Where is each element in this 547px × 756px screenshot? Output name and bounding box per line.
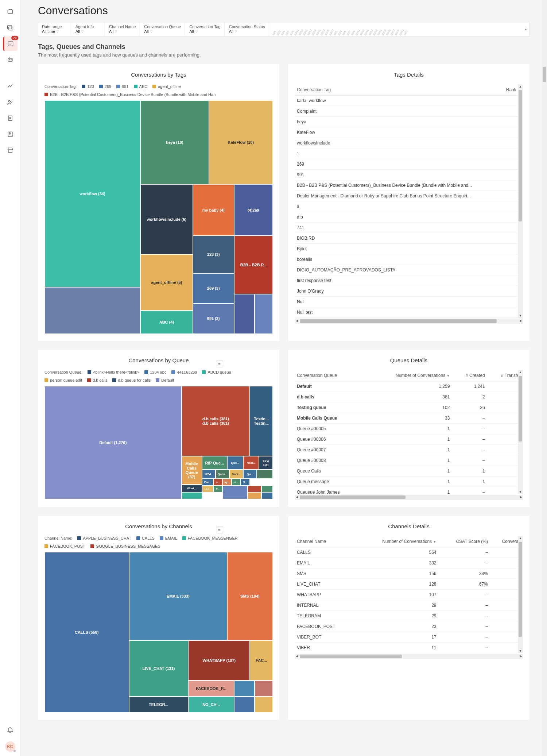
table-row[interactable]: SMS15633% (295, 568, 523, 579)
treemap-cell[interactable]: Testin...Testin... (250, 386, 273, 456)
treemap-cell[interactable]: S... (241, 479, 250, 486)
treemap-cell[interactable]: B2B - B2B P... (234, 236, 273, 294)
filter-date-range[interactable]: Date rangeAll time ▽ (38, 22, 71, 36)
table-row[interactable]: 1 (295, 148, 523, 159)
treemap-cell[interactable]: Queu... (216, 470, 230, 479)
timeline-scroll-up[interactable]: ▲ (523, 22, 529, 36)
treemap-cell[interactable]: FAC... (250, 640, 273, 680)
treemap-cell[interactable] (248, 492, 261, 499)
filter-conversation-status[interactable]: Conversation StatusAll ▽ (225, 22, 269, 36)
queue-chart-menu[interactable]: ≡ (216, 360, 223, 367)
treemap-cell[interactable]: WHATSAPP (107) (188, 640, 250, 680)
sidebar-nav-store[interactable] (3, 143, 18, 158)
treemap-cell[interactable]: 269 (3) (193, 273, 234, 304)
treemap-cell[interactable]: ABC (4) (140, 310, 193, 334)
treemap-cell[interactable]: <... (232, 479, 241, 486)
treemap-cell[interactable] (234, 680, 255, 697)
treemap-cell[interactable]: Nesr... (243, 456, 259, 470)
legend-item[interactable]: EMAIL (160, 536, 177, 540)
table-row[interactable]: 269 (295, 159, 523, 170)
filter-agent-info[interactable]: Agent InfoAll ▽ (72, 22, 105, 36)
legend-item[interactable]: APPLE_BUSINESS_CHAT (77, 536, 131, 540)
treemap-cell[interactable] (182, 492, 202, 499)
queues-table[interactable]: Conversation Queue Number of Conversatio… (295, 370, 523, 494)
treemap-cell[interactable]: Par... (202, 479, 213, 486)
treemap-cell[interactable]: d.b calls (381)d.b calls (381) (182, 386, 250, 456)
table-row[interactable]: 741 (295, 223, 523, 233)
table-row[interactable]: TELEGRAM29– (295, 611, 523, 621)
treemap-cell[interactable] (234, 697, 255, 713)
treemap-cell[interactable]: RIP Que... (202, 456, 227, 470)
table-row[interactable]: a (295, 201, 523, 212)
table-row[interactable]: d.b calls3812 (295, 392, 523, 402)
table-row[interactable]: WHATSAPP107– (295, 590, 523, 600)
treemap-queues[interactable]: Default (1,276)d.b calls (381)d.b calls … (44, 386, 273, 499)
treemap-cell[interactable]: workflow (34) (44, 100, 140, 287)
legend-item[interactable]: Default (156, 378, 174, 382)
avatar[interactable]: KC (5, 741, 15, 752)
queues-hscroll[interactable]: ◀ ▶ (295, 495, 523, 500)
treemap-cell[interactable]: agent_offline (5) (140, 254, 193, 310)
table-row[interactable]: DIGIO_AUTOMAÇÃO_PRE_APROVADOS_LISTA (295, 265, 523, 275)
legend-item[interactable]: ABCD queue (202, 370, 231, 374)
treemap-channels[interactable]: CALLS (558)EMAIL (333)SMS (194)LIVE_CHAT… (44, 552, 273, 713)
treemap-cell[interactable] (234, 294, 255, 334)
table-row[interactable]: tttt (295, 318, 523, 318)
legend-item[interactable]: B2B - B2B P&S (Potential Customers)_Busi… (44, 92, 216, 97)
treemap-cell[interactable]: SMS (194) (227, 552, 273, 640)
treemap-cell[interactable] (261, 492, 273, 499)
treemap-cell[interactable]: TELEGR... (129, 697, 189, 713)
treemap-cell[interactable] (261, 486, 273, 493)
sidebar-nav-clipboard[interactable] (3, 111, 18, 126)
treemap-cell[interactable]: my baby (4) (193, 184, 234, 236)
legend-item[interactable]: agent_offline (152, 84, 181, 89)
legend-item[interactable]: FACEBOOK_MESSENGER (182, 536, 238, 540)
legend-item[interactable]: 441163269 (171, 370, 197, 374)
table-row[interactable]: Queue Calls11 (295, 466, 523, 477)
filter-conversation-queue[interactable]: Conversation QueueAll ▽ (140, 22, 185, 36)
treemap-tags[interactable]: workflow (34)heya (10)KateFlow (10)workf… (44, 100, 273, 334)
treemap-cell[interactable]: 1234... (202, 470, 216, 479)
table-row[interactable]: first response test (295, 275, 523, 286)
treemap-cell[interactable]: Que... (227, 456, 243, 470)
treemap-cell[interactable]: sy... (222, 479, 232, 486)
table-row[interactable]: BIGBIRD (295, 233, 523, 244)
legend-item[interactable]: ABC (134, 84, 148, 89)
treemap-cell[interactable]: What... (182, 485, 202, 493)
legend-item[interactable]: d.b queue for calls (112, 378, 151, 382)
sidebar-nav-1[interactable] (3, 4, 18, 19)
legend-item[interactable]: d.b calls (87, 378, 107, 382)
table-row[interactable]: KateFlow (295, 127, 523, 138)
treemap-cell[interactable] (44, 287, 140, 334)
treemap-cell[interactable]: (4)269 (234, 184, 273, 236)
legend-item[interactable]: 1234 abc (144, 370, 166, 374)
table-row[interactable]: d.b (295, 212, 523, 223)
table-row[interactable]: Queue #000081– (295, 455, 523, 466)
table-row[interactable]: Queue #000051– (295, 424, 523, 434)
table-row[interactable]: 991 (295, 170, 523, 180)
treemap-cell[interactable]: 123 (3) (193, 236, 234, 273)
table-row[interactable]: VIBER_BOT17– (295, 632, 523, 643)
legend-item[interactable]: 991 (116, 84, 128, 89)
table-row[interactable]: EMAIL332– (295, 558, 523, 568)
legend-item[interactable]: 123 (82, 84, 94, 89)
sidebar-nav-2[interactable] (3, 20, 18, 35)
table-row[interactable]: Testing queue10236 (295, 402, 523, 413)
legend-item[interactable]: person queue edit (44, 378, 82, 382)
treemap-cell[interactable] (248, 486, 261, 493)
treemap-cell[interactable] (255, 697, 273, 713)
treemap-cell[interactable] (257, 470, 273, 479)
table-row[interactable]: Queue #000071– (295, 445, 523, 455)
treemap-cell[interactable]: Qu... (243, 470, 257, 479)
filter-conversation-tag[interactable]: Conversation TagAll ▽ (186, 22, 224, 36)
treemap-cell[interactable] (222, 486, 248, 499)
treemap-cell[interactable]: KateFlow (10) (209, 100, 273, 184)
tags-hscroll[interactable]: ◀ ▶ (295, 319, 523, 324)
filter-channel-name[interactable]: Channel NameAll ▽ (105, 22, 140, 36)
legend-item[interactable]: CALLS (136, 536, 155, 540)
treemap-cell[interactable]: CALLS (558) (44, 552, 129, 713)
table-row[interactable]: B2B - B2B P&S (Potential Customers)_Busi… (295, 180, 523, 191)
treemap-cell[interactable]: TAXI (18) (259, 456, 273, 470)
table-row[interactable]: workflowsInclude (295, 138, 523, 148)
table-row[interactable]: Queue #000061– (295, 434, 523, 445)
